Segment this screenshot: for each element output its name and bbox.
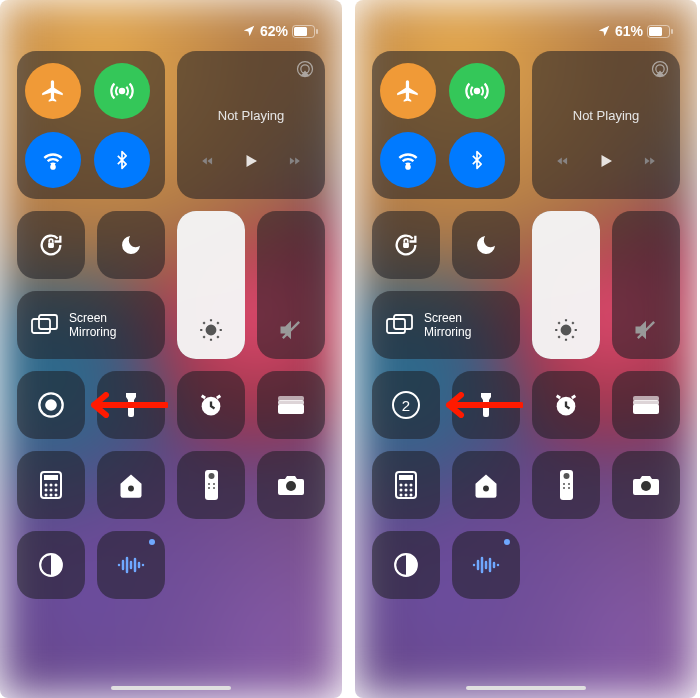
- bluetooth-button[interactable]: [94, 132, 150, 188]
- brightness-slider[interactable]: [177, 211, 245, 359]
- record-countdown: 2: [392, 391, 420, 419]
- flashlight-button[interactable]: [452, 371, 520, 439]
- svg-point-27: [50, 494, 53, 497]
- svg-point-41: [475, 88, 479, 92]
- airplane-mode-button[interactable]: [25, 63, 81, 119]
- remote-button[interactable]: [177, 451, 245, 519]
- svg-point-61: [410, 489, 413, 492]
- now-playing-title: Not Playing: [573, 108, 639, 123]
- svg-point-69: [568, 483, 570, 485]
- status-bar: 61%: [375, 11, 677, 51]
- shazam-button[interactable]: [97, 531, 165, 599]
- media-module[interactable]: Not Playing: [177, 51, 325, 199]
- svg-rect-53: [633, 404, 659, 414]
- brightness-slider[interactable]: [532, 211, 600, 359]
- airplay-icon[interactable]: [295, 59, 315, 79]
- connectivity-module: [17, 51, 165, 199]
- speaker-mute-icon: [277, 316, 305, 344]
- svg-point-62: [400, 494, 403, 497]
- status-bar: 62%: [20, 11, 322, 51]
- dark-mode-button[interactable]: [372, 531, 440, 599]
- remote-icon: [560, 470, 573, 500]
- media-module[interactable]: Not Playing: [532, 51, 680, 199]
- screen-mirroring-button[interactable]: Screen Mirroring: [17, 291, 165, 359]
- control-center-grid: Not Playing Screen Mirroring: [375, 51, 677, 599]
- cellular-data-button[interactable]: [449, 63, 505, 119]
- alarm-icon: [197, 391, 225, 419]
- camera-button[interactable]: [257, 451, 325, 519]
- svg-rect-7: [48, 243, 54, 248]
- cellular-data-button[interactable]: [94, 63, 150, 119]
- remote-button[interactable]: [532, 451, 600, 519]
- control-center-grid: Not Playing Screen Mirroring: [20, 51, 322, 599]
- remote-icon: [205, 470, 218, 500]
- rotation-lock-icon: [37, 231, 65, 259]
- calculator-button[interactable]: [372, 451, 440, 519]
- svg-point-32: [208, 483, 210, 485]
- screen-mirroring-label: Screen Mirroring: [69, 311, 116, 340]
- contrast-icon: [393, 552, 419, 578]
- forward-icon[interactable]: [639, 154, 659, 168]
- battery-percent: 61%: [615, 23, 643, 39]
- alarm-button[interactable]: [177, 371, 245, 439]
- svg-point-28: [55, 494, 58, 497]
- screenshot-left: 62% Not Playi: [0, 0, 342, 698]
- screen-record-button[interactable]: [17, 371, 85, 439]
- home-button[interactable]: [452, 451, 520, 519]
- forward-icon[interactable]: [284, 154, 304, 168]
- alarm-button[interactable]: [532, 371, 600, 439]
- svg-point-34: [208, 487, 210, 489]
- home-button[interactable]: [97, 451, 165, 519]
- svg-point-10: [207, 326, 216, 335]
- svg-point-68: [563, 483, 565, 485]
- flashlight-button[interactable]: [97, 371, 165, 439]
- airplane-mode-button[interactable]: [380, 63, 436, 119]
- svg-point-48: [562, 326, 571, 335]
- battery-icon: [292, 25, 318, 38]
- screenshot-right: 61% Not Playing: [355, 0, 697, 698]
- wallet-icon: [276, 394, 306, 416]
- rewind-icon[interactable]: [198, 154, 218, 168]
- play-icon[interactable]: [597, 151, 615, 171]
- dark-mode-button[interactable]: [17, 531, 85, 599]
- svg-point-4: [51, 165, 54, 168]
- volume-slider[interactable]: [612, 211, 680, 359]
- rotation-lock-button[interactable]: [372, 211, 440, 279]
- record-icon: [37, 391, 65, 419]
- calculator-button[interactable]: [17, 451, 85, 519]
- svg-point-25: [55, 489, 58, 492]
- wallet-button[interactable]: [612, 371, 680, 439]
- calculator-icon: [395, 471, 417, 499]
- volume-slider[interactable]: [257, 211, 325, 359]
- flashlight-icon: [478, 391, 494, 419]
- svg-point-72: [641, 481, 651, 491]
- svg-point-58: [410, 484, 413, 487]
- wifi-button[interactable]: [25, 132, 81, 188]
- bluetooth-icon: [112, 147, 132, 173]
- screen-mirroring-icon: [386, 314, 414, 336]
- shazam-button[interactable]: [452, 531, 520, 599]
- airplay-icon[interactable]: [650, 59, 670, 79]
- do-not-disturb-button[interactable]: [452, 211, 520, 279]
- svg-rect-40: [671, 29, 673, 34]
- antenna-icon: [464, 78, 490, 104]
- svg-point-36: [286, 481, 296, 491]
- do-not-disturb-button[interactable]: [97, 211, 165, 279]
- wallet-button[interactable]: [257, 371, 325, 439]
- svg-rect-45: [403, 243, 409, 248]
- svg-point-35: [213, 487, 215, 489]
- rewind-icon[interactable]: [553, 154, 573, 168]
- wifi-button[interactable]: [380, 132, 436, 188]
- svg-rect-9: [39, 315, 57, 329]
- play-icon[interactable]: [242, 151, 260, 171]
- battery-percent: 62%: [260, 23, 288, 39]
- bluetooth-button[interactable]: [449, 132, 505, 188]
- svg-point-70: [563, 487, 565, 489]
- rotation-lock-button[interactable]: [17, 211, 85, 279]
- svg-point-60: [405, 489, 408, 492]
- location-arrow-icon: [597, 24, 611, 38]
- screen-record-button[interactable]: 2: [372, 371, 440, 439]
- camera-button[interactable]: [612, 451, 680, 519]
- battery-icon: [647, 25, 673, 38]
- screen-mirroring-button[interactable]: Screen Mirroring: [372, 291, 520, 359]
